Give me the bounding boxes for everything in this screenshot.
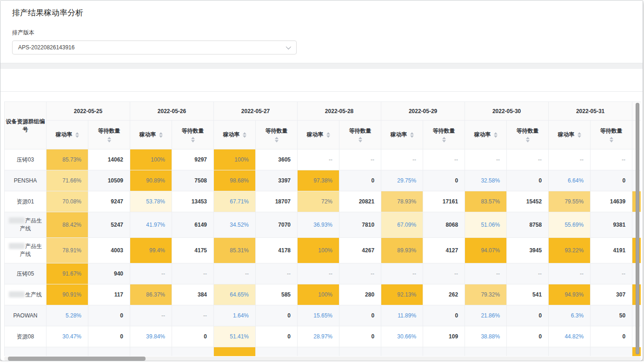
utilization-cell: 98.68% [214, 170, 256, 191]
waiting-cell [507, 347, 549, 357]
waiting-cell: 4178 [256, 238, 298, 263]
waiting-cell: 0 [88, 326, 130, 347]
waiting-column-header[interactable]: 等待数量 [172, 121, 214, 149]
waiting-cell: 3605 [256, 149, 298, 170]
utilization-column-header[interactable]: 稼动率 [298, 121, 339, 149]
schedule-version-label: 排产版本 [0, 18, 643, 37]
sort-icon[interactable] [526, 137, 530, 142]
utilization-cell: 41.97% [130, 212, 172, 238]
waiting-cell: 7810 [339, 212, 381, 238]
utilization-cell: 88.42% [46, 212, 88, 238]
waiting-cell: 9247 [88, 191, 130, 212]
sort-icon[interactable] [494, 132, 498, 138]
waiting-cell: 50 [591, 305, 632, 326]
utilization-cell: -- [130, 263, 172, 284]
waiting-cell: -- [423, 149, 465, 170]
horizontal-scrollbar-track[interactable] [4, 357, 641, 361]
utilization-cell [298, 347, 339, 357]
horizontal-scrollbar-thumb[interactable] [8, 357, 146, 361]
waiting-cell: 0 [256, 305, 298, 326]
waiting-cell: 0 [88, 305, 130, 326]
sort-icon[interactable] [159, 132, 163, 138]
date-header-2022-05-29: 2022-05-29 [381, 102, 465, 121]
waiting-cell: 18707 [256, 191, 298, 212]
utilization-cell [130, 347, 172, 357]
waiting-cell: 10509 [88, 170, 130, 191]
waiting-column-header[interactable]: 等待数量 [591, 121, 632, 149]
version-select[interactable]: APS-20220826143916 [12, 40, 297, 54]
waiting-cell: -- [591, 263, 632, 284]
waiting-cell: -- [256, 263, 298, 284]
waiting-column-header[interactable]: 等待数量 [423, 121, 465, 149]
utilization-cell: 97.38% [298, 170, 339, 191]
utilization-column-header[interactable]: 稼动率 [130, 121, 172, 149]
table-row: 资源0170.08%924753.78%1345367.71%1870772%2… [5, 191, 641, 212]
waiting-cell: 4191 [591, 238, 632, 263]
utilization-column-header[interactable]: 稼动率 [381, 121, 423, 149]
utilization-cell: 93.22% [549, 238, 591, 263]
utilization-column-header[interactable]: 稼动率 [214, 121, 256, 149]
utilization-column-header[interactable]: 稼动率 [465, 121, 507, 149]
utilization-cell: 90.91% [46, 284, 88, 305]
utilization-cell: 99.4% [130, 238, 172, 263]
row-label: 产品生产线 [5, 212, 46, 238]
utilization-cell: 55.69% [549, 212, 591, 238]
sort-icon[interactable] [107, 137, 111, 142]
sort-icon[interactable] [578, 132, 581, 138]
row-label: 产品生产线 [5, 238, 46, 263]
utilization-cell: 90.89% [130, 170, 172, 191]
app-window: 排产结果稼动率分析 排产版本 APS-20220826143916 设备资源群组… [0, 0, 643, 361]
utilization-cell: 6.64% [549, 170, 591, 191]
waiting-column-header[interactable]: 等待数量 [256, 121, 298, 149]
utilization-cell [465, 347, 507, 357]
utilization-column-header[interactable]: 稼动率 [549, 121, 591, 149]
waiting-cell: 17161 [423, 191, 465, 212]
utilization-cell: 44.82% [549, 326, 591, 347]
waiting-cell: 0 [423, 170, 465, 191]
utilization-cell: 72% [298, 191, 339, 212]
row-label: 生产线 [5, 284, 46, 305]
waiting-cell: -- [507, 149, 549, 170]
sort-icon[interactable] [410, 132, 414, 138]
date-header-2022-05-26: 2022-05-26 [130, 102, 214, 121]
waiting-cell: 8068 [423, 212, 465, 238]
waiting-cell: 0 [591, 326, 632, 347]
vertical-scrollbar-thumb[interactable] [636, 103, 639, 354]
utilization-column-header[interactable]: 稼动率 [46, 121, 88, 149]
waiting-column-header[interactable]: 等待数量 [339, 121, 381, 149]
sort-icon[interactable] [75, 132, 79, 138]
sort-icon[interactable] [191, 137, 195, 142]
waiting-column-header[interactable]: 等待数量 [507, 121, 549, 149]
waiting-cell: 262 [423, 284, 465, 305]
utilization-cell: 100% [298, 284, 339, 305]
utilization-cell: -- [214, 263, 256, 284]
utilization-cell: 91.67% [46, 263, 88, 284]
sort-icon[interactable] [610, 137, 613, 142]
utilization-cell: 86.37% [130, 284, 172, 305]
waiting-cell: 0 [339, 326, 381, 347]
row-label: 压铸05 [5, 263, 46, 284]
utilization-cell: 92.13% [381, 284, 423, 305]
utilization-table: 设备资源群组编号2022-05-252022-05-262022-05-2720… [4, 101, 641, 356]
sort-icon[interactable] [326, 132, 330, 138]
table-row [5, 347, 641, 357]
utilization-cell: 1.64% [214, 305, 256, 326]
waiting-cell: 0 [256, 326, 298, 347]
sort-icon[interactable] [442, 137, 446, 142]
utilization-cell: 100% [298, 238, 339, 263]
utilization-cell: 100% [130, 149, 172, 170]
sort-icon[interactable] [359, 137, 362, 142]
utilization-cell: 67.09% [381, 212, 423, 238]
waiting-column-header[interactable]: 等待数量 [88, 121, 130, 149]
table-row: 压铸0591.67%940------------------------ [5, 263, 641, 284]
utilization-cell: 34.52% [214, 212, 256, 238]
table-row: 资源0830.47%039.84%051.41%028.97%030.66%10… [5, 326, 641, 347]
sort-icon[interactable] [243, 132, 246, 138]
waiting-cell: 14639 [591, 191, 632, 212]
utilization-cell: 32.58% [465, 170, 507, 191]
utilization-cell [381, 347, 423, 357]
waiting-cell: 3397 [256, 170, 298, 191]
waiting-cell: 0 [507, 326, 549, 347]
redacted-text [9, 243, 25, 249]
sort-icon[interactable] [275, 137, 279, 142]
